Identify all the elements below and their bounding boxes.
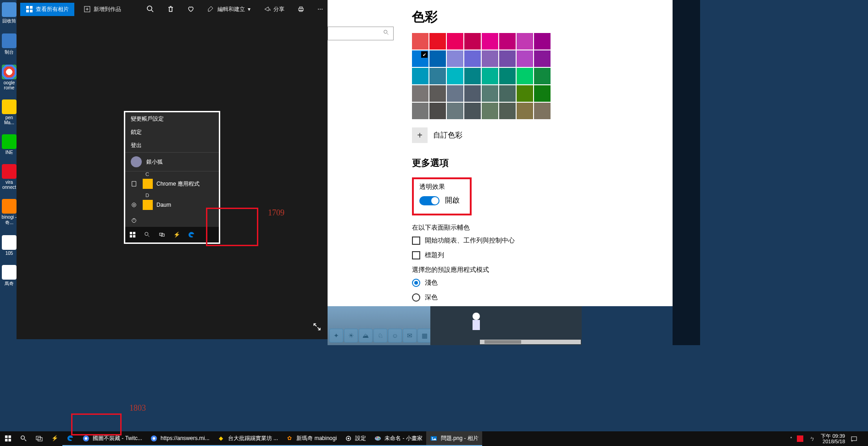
color-swatch[interactable]: [534, 33, 551, 50]
game-scrollbar[interactable]: [480, 340, 581, 344]
color-swatch[interactable]: [429, 85, 446, 102]
radio-dark[interactable]: 深色: [412, 293, 662, 302]
game-tool-icon[interactable]: ✉: [403, 329, 417, 342]
color-swatch[interactable]: [517, 50, 533, 67]
color-swatch[interactable]: [517, 33, 533, 50]
checkbox-start-taskbar[interactable]: 開始功能表、工作列與控制中心: [412, 237, 662, 245]
color-swatch[interactable]: [412, 103, 428, 119]
game-tool-icon[interactable]: ✦: [329, 329, 343, 342]
color-swatch[interactable]: [482, 33, 498, 50]
taskbar-search[interactable]: [16, 431, 31, 446]
color-swatch[interactable]: [447, 33, 463, 50]
transparency-toggle[interactable]: [419, 196, 440, 205]
photos-tab-add[interactable]: 新增到作品: [83, 6, 121, 13]
desktop-icon-doc105[interactable]: 105: [0, 235, 18, 256]
annotation-label-1709: 1709: [268, 208, 284, 218]
color-swatch[interactable]: [534, 103, 551, 119]
desktop-icon-openma[interactable]: pen Ma...: [0, 99, 18, 125]
color-swatch[interactable]: [464, 50, 481, 67]
taskbar-ptt[interactable]: ◆ 台大批踢踢實業坊 ...: [213, 431, 282, 446]
print-icon[interactable]: [297, 6, 305, 13]
game-tool-icon[interactable]: ☀: [344, 329, 358, 342]
start-button[interactable]: [0, 431, 16, 446]
color-swatch[interactable]: [429, 103, 446, 119]
taskbar-tray: ˄ ㄅ 下午 09:39 2018/5/18: [790, 433, 868, 444]
settings-search-box[interactable]: [328, 27, 394, 40]
desktop-icon-mabinogi[interactable]: binogi - 奇...: [0, 199, 18, 226]
checkbox-titlebar[interactable]: 標題列: [412, 251, 662, 259]
color-swatch[interactable]: [429, 68, 446, 84]
game-tool-icon[interactable]: ☺: [388, 329, 402, 342]
taskbar-chrome-2[interactable]: https://answers.mi...: [146, 431, 213, 446]
color-swatch[interactable]: [429, 50, 446, 67]
color-swatch[interactable]: [499, 85, 516, 102]
color-swatch[interactable]: [464, 85, 481, 102]
more-icon[interactable]: ⋯: [317, 6, 324, 12]
custom-color-button[interactable]: +: [412, 127, 428, 143]
color-swatch[interactable]: [534, 68, 551, 84]
game-tool-icon[interactable]: ▦: [417, 329, 431, 342]
desktop-icon-chrome[interactable]: oogle rome: [0, 65, 18, 90]
game-tool-icon[interactable]: ♘: [373, 329, 387, 342]
color-swatch[interactable]: [499, 103, 516, 119]
photos-share-button[interactable]: 分享: [263, 6, 284, 13]
color-swatch[interactable]: [412, 85, 428, 102]
color-swatch[interactable]: [499, 68, 516, 84]
taskbar-taskview[interactable]: [31, 431, 47, 446]
color-swatch[interactable]: [517, 68, 533, 84]
share-icon: [263, 6, 271, 13]
svg-rect-25: [5, 439, 7, 441]
color-swatch[interactable]: [464, 103, 481, 119]
taskbar-paint[interactable]: 未命名 - 小畫家: [370, 431, 426, 446]
svg-rect-22: [473, 320, 480, 330]
color-swatch[interactable]: [482, 50, 498, 67]
color-swatch[interactable]: [447, 50, 463, 67]
zoom-icon[interactable]: [147, 6, 154, 13]
color-swatch[interactable]: [464, 33, 481, 50]
color-swatch[interactable]: [447, 103, 463, 119]
photos-tab-view-all[interactable]: 查看所有相片: [20, 3, 74, 16]
color-swatch[interactable]: [499, 50, 516, 67]
color-swatch[interactable]: [447, 68, 463, 84]
desktop-icon-avira[interactable]: vira onnect: [0, 164, 18, 190]
desktop-icon-shortcut2[interactable]: 馬奇: [0, 265, 18, 287]
color-swatch[interactable]: [517, 85, 533, 102]
expand-icon[interactable]: [313, 323, 321, 333]
color-swatch[interactable]: [412, 50, 428, 67]
taskbar-item-label: 國圖不裝藏 - Twitc...: [93, 435, 142, 442]
game-tool-icon[interactable]: ⛰: [359, 329, 373, 342]
taskbar-settings[interactable]: 設定: [340, 431, 370, 446]
taskbar-winamp[interactable]: ⚡: [47, 431, 62, 446]
color-swatch[interactable]: [534, 50, 551, 67]
taskbar-edge[interactable]: [62, 431, 78, 446]
ime-icon[interactable]: ㄅ: [808, 435, 816, 443]
favorite-icon[interactable]: [187, 6, 195, 13]
color-swatch[interactable]: [482, 103, 498, 119]
color-swatch[interactable]: [412, 33, 428, 50]
tray-chevron-icon[interactable]: ˄: [790, 436, 792, 441]
avira-tray-icon[interactable]: [797, 435, 803, 442]
color-swatch[interactable]: [464, 68, 481, 84]
taskbar-clock[interactable]: 下午 09:39 2018/5/18: [821, 433, 845, 444]
color-swatch[interactable]: [482, 85, 498, 102]
taskbar-chrome-1[interactable]: 國圖不裝藏 - Twitc...: [78, 431, 146, 446]
edit-icon: [207, 6, 215, 13]
radio-light[interactable]: 淺色: [412, 279, 662, 287]
color-swatch[interactable]: [482, 68, 498, 84]
color-swatch[interactable]: [517, 103, 533, 119]
notification-icon[interactable]: [850, 435, 858, 443]
color-swatch[interactable]: [499, 33, 516, 50]
taskbar-mabinogi[interactable]: ✿ 新瑪奇 mabinogi: [282, 431, 340, 446]
color-swatch[interactable]: [412, 68, 428, 84]
photos-edit-button[interactable]: 編輯和建立 ▾: [207, 6, 250, 13]
svg-point-20: [384, 30, 387, 33]
delete-icon[interactable]: [167, 6, 174, 13]
desktop-icon-recycle[interactable]: 回收筒: [0, 2, 18, 24]
taskbar-item-label: 新瑪奇 mabinogi: [296, 435, 337, 442]
desktop-icon-control[interactable]: 制台: [0, 33, 18, 55]
color-swatch[interactable]: [534, 85, 551, 102]
color-swatch[interactable]: [429, 33, 446, 50]
desktop-icon-line[interactable]: INE: [0, 134, 18, 155]
color-swatch[interactable]: [447, 85, 463, 102]
taskbar-photos[interactable]: 問題.png - 相片: [426, 431, 482, 446]
